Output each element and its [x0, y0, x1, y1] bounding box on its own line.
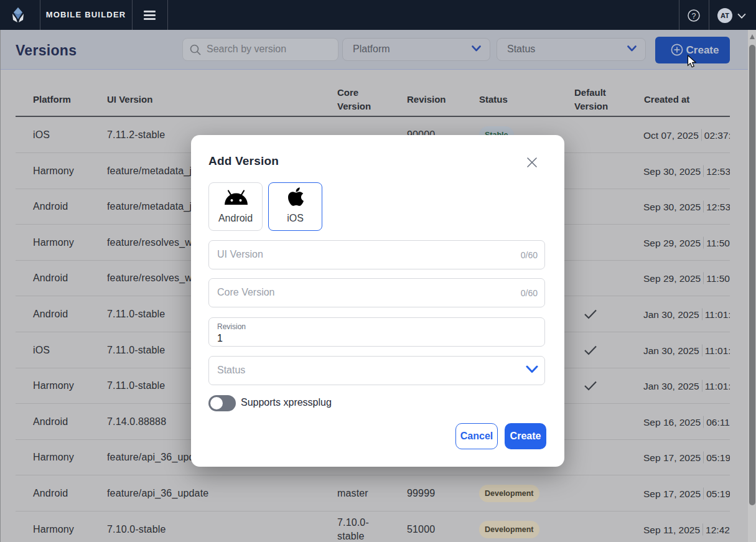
svg-text:?: ?: [692, 12, 696, 21]
